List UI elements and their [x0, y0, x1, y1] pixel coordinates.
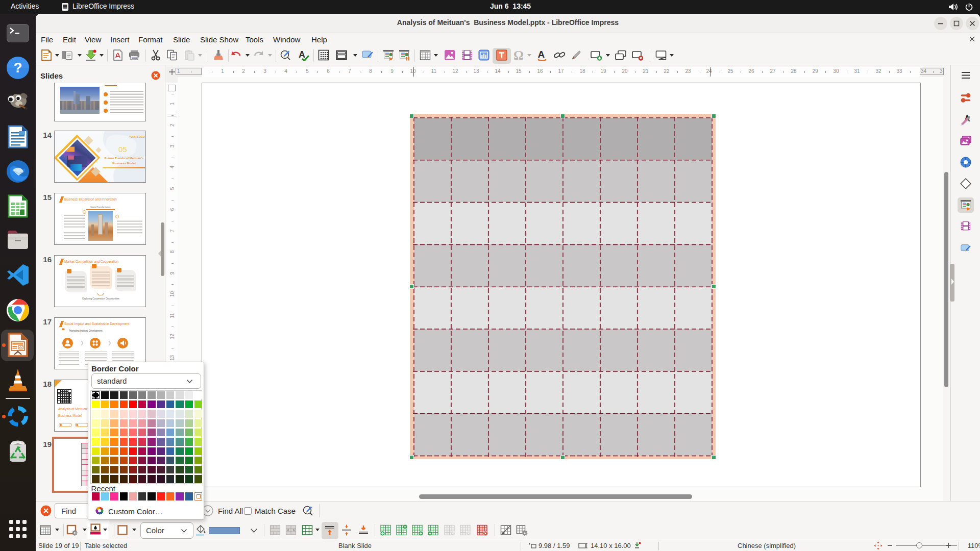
svg-text:A: A	[299, 49, 305, 60]
svg-text:?: ?	[13, 60, 22, 76]
svg-text:A: A	[538, 49, 545, 60]
